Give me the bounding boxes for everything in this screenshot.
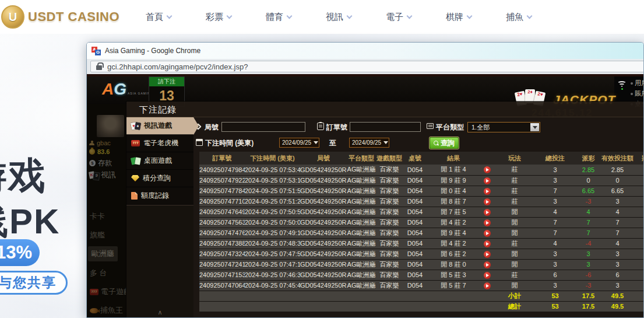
nav-item-cards[interactable]: 棋牌 — [446, 12, 471, 23]
table-row: 2409250747064412024-09-25 07:45:44GD0542… — [199, 280, 643, 291]
nav-item-slots[interactable]: 電子 — [386, 12, 411, 23]
play-video-button[interactable] — [484, 198, 491, 205]
cell-valid: 4 — [601, 238, 634, 249]
date-to-picker[interactable]: 2024/09/25 — [349, 138, 389, 148]
site-logo[interactable]: U USDT CASINO — [1, 0, 119, 34]
platform-select-value: 1.全部 — [471, 124, 490, 131]
order-filter-label: 訂單號 — [326, 123, 347, 132]
play-video-button[interactable] — [484, 240, 491, 247]
play-video-button[interactable] — [484, 188, 491, 195]
calendar-icon — [196, 139, 203, 146]
cell-empty — [245, 301, 300, 312]
modal-sidebar-item[interactable]: 桌面遊戲 — [126, 152, 193, 170]
play-video-button[interactable] — [484, 282, 491, 289]
video-cards-icon — [131, 122, 140, 130]
column-header: 下注時間 (美東) — [245, 152, 300, 165]
cell-play: 閒 — [494, 217, 535, 228]
nav-item-lottery[interactable]: 彩票 — [206, 12, 231, 23]
table-row: 2409250747241522024-09-25 07:47:14GD0542… — [199, 259, 643, 270]
modal-sidebar-item[interactable]: 額度記錄 — [126, 187, 193, 205]
round-input[interactable] — [221, 122, 305, 132]
modal-sidebar-item[interactable]: 視訊遊戲 — [126, 117, 193, 135]
cell-bet: 3 — [535, 249, 575, 259]
column-header: 遊戲類型 — [376, 152, 403, 165]
clipboard-icon — [317, 123, 324, 130]
round-filter-label: 局號 — [205, 123, 219, 132]
play-video-button[interactable] — [484, 209, 491, 216]
play-video-button[interactable] — [484, 219, 491, 226]
coin-logo-icon: U — [1, 5, 24, 29]
cell-order: 240925074764934 — [199, 207, 245, 217]
ag-right-menu-item[interactable]: 賬戶 — [631, 89, 643, 98]
cell-time: 2024-09-25 07:53:44 — [245, 165, 300, 175]
nav-item-label: 首頁 — [146, 12, 163, 23]
banner-headline-2: 线PK — [0, 198, 60, 246]
cell-video — [480, 270, 494, 280]
play-video-button[interactable] — [484, 166, 491, 173]
cell-result: 閒 8 莊 7 — [427, 196, 480, 207]
modal-sidebar: 視訊遊戲電子老虎機桌面遊戲積分查詢額度記錄 ∧ — [126, 117, 193, 318]
play-video-button[interactable] — [484, 261, 491, 268]
cell-table: D054 — [403, 165, 427, 175]
table-row: 2409250747388472024-09-25 07:48:32GD0542… — [199, 238, 643, 249]
column-header: 局號 — [300, 152, 347, 165]
cell-bet: 3 — [535, 259, 575, 270]
cell-table: D054 — [403, 228, 427, 238]
cell-game: 百家樂 — [376, 175, 403, 186]
modal-sidebar-item-label: 桌面遊戲 — [144, 156, 172, 166]
cell-order: 240925074798407 — [199, 165, 245, 175]
nav-item-fishing[interactable]: 捕魚 — [506, 12, 532, 23]
cell-platform: AG歐洲廳 — [347, 228, 376, 238]
cell-round: GD054249250RH — [300, 249, 347, 259]
cell-valid: 3 — [601, 280, 634, 291]
cell-table: D054 — [403, 186, 427, 196]
cell-payout: 7 — [575, 217, 601, 228]
cell-video — [480, 238, 494, 249]
cell-video — [480, 259, 494, 270]
search-button[interactable]: 查詢 — [430, 137, 459, 149]
cell-round: GD054249250RN — [300, 186, 347, 196]
modal-sidebar-item[interactable]: 積分查詢 — [126, 170, 193, 187]
table-row: 2409250747784102024-09-25 07:51:57GD0542… — [199, 186, 643, 196]
cell-table: D054 — [403, 196, 427, 207]
cell-table: D054 — [403, 280, 427, 291]
chevron-down-icon — [467, 13, 473, 19]
nav-item-home[interactable]: 首頁 — [146, 12, 171, 23]
address-bar[interactable]: gci.2hhapi.com/agingame/pcv2/index.jsp? — [87, 59, 643, 74]
cell-result: 閒 5 莊 3 — [427, 270, 480, 280]
table-row: 2409250747649342024-09-25 07:50:50GD0542… — [199, 207, 643, 217]
nav-item-live[interactable]: 視訊 — [326, 12, 351, 23]
play-video-button[interactable] — [484, 230, 491, 237]
cell-empty — [403, 301, 427, 312]
order-input[interactable] — [350, 122, 421, 132]
document-icon — [131, 192, 138, 200]
cell-empty — [480, 301, 494, 312]
ag-right-menu-item[interactable]: 用戶 — [631, 79, 643, 88]
play-video-button[interactable] — [484, 177, 491, 184]
play-video-button[interactable] — [484, 272, 491, 279]
cell-table: D054 — [403, 175, 427, 186]
cell-valid: 6 — [601, 270, 634, 280]
cell-time: 2024-09-25 07:49:19 — [245, 228, 300, 238]
cell-play: 莊 — [494, 238, 535, 249]
cell-payout: -6 — [575, 270, 601, 280]
platform-select[interactable]: 1.全部 — [467, 122, 540, 132]
play-video-button[interactable] — [484, 251, 491, 258]
date-from-picker[interactable]: 2024/09/25 — [279, 138, 319, 148]
column-header: 狀態 — [634, 152, 643, 165]
window-titlebar: Asia Gaming - Google Chrome — [87, 43, 643, 59]
cell-empty — [347, 301, 376, 312]
cell-game: 百家樂 — [376, 270, 403, 280]
table-row: 2409250747984072024-09-25 07:53:44GD0542… — [199, 165, 643, 175]
banner-rate-pill: 13% — [0, 239, 40, 266]
ag-logo: AGASIA GAMING — [102, 80, 153, 99]
cell-round: GD054249250RM — [300, 196, 347, 207]
chrome-popup-window: Asia Gaming - Google Chrome gci.2hhapi.c… — [86, 42, 644, 318]
chevron-down-icon — [407, 13, 413, 19]
banner-headline-1: 游戏 — [0, 151, 47, 201]
modal-sidebar-item[interactable]: 電子老虎機 — [126, 135, 193, 152]
url-field[interactable]: gci.2hhapi.com/agingame/pcv2/index.jsp? — [90, 61, 644, 72]
nav-item-sports[interactable]: 體育 — [266, 12, 291, 23]
cell-payout: -3 — [575, 280, 601, 291]
list-icon — [427, 123, 434, 129]
